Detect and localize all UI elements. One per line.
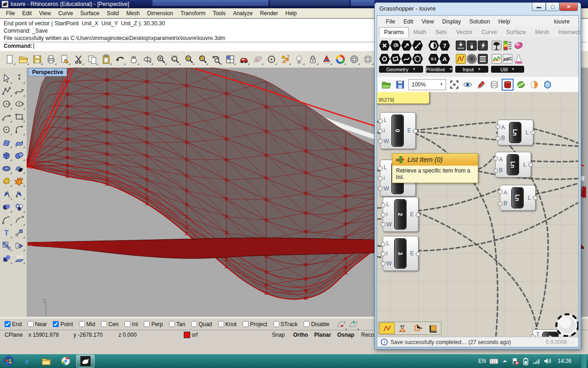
menu-dimension[interactable]: Dimension [144,9,176,17]
rotate-view-icon[interactable] [141,53,153,65]
save-blue-icon[interactable] [395,79,406,90]
input-nub[interactable] [378,176,383,181]
gh-menu-help[interactable]: Help [494,17,514,26]
prim-text-icon[interactable]: A [439,53,450,64]
sphere-wireframe-icon[interactable] [348,53,360,65]
status-osnap-toggle[interactable]: Osnap [337,332,354,338]
osnap-grid2-icon[interactable] [347,318,359,330]
gh-menu-solution[interactable]: Solution [465,17,494,26]
graph-button-icon[interactable] [379,322,395,334]
output-nub[interactable] [528,162,533,167]
osnap-checkbox-tan[interactable] [169,321,175,327]
hex-blue-icon[interactable] [542,79,553,90]
osnap-checkbox-int[interactable] [124,321,130,327]
menu-file[interactable]: File [3,9,18,17]
status-snap-toggle[interactable]: Snap [272,332,285,338]
boolean-circles-icon[interactable] [13,201,25,213]
osnap-int[interactable]: Int [124,321,138,328]
taskbar-clock[interactable]: 14:26 [555,358,574,364]
input-button-icon[interactable] [477,40,488,51]
input-nub[interactable] [378,139,383,144]
gh-menu-file[interactable]: File [382,17,399,26]
prim-half-icon[interactable] [428,40,439,51]
tab-intersect[interactable]: Intersect [554,28,585,37]
cplane-grid-icon[interactable] [252,53,264,65]
viewport-layout-icon[interactable] [224,53,236,65]
minimize-button[interactable]: ▬ [532,3,546,11]
util-xy-graph-icon[interactable] [491,53,502,64]
rectangle-icon[interactable] [13,111,25,123]
geo-arrow-icon[interactable] [401,40,412,51]
util-gradient-icon[interactable] [502,40,513,51]
menu-analyze[interactable]: Analyze [230,9,256,17]
osnap-cen[interactable]: Cen [101,321,119,328]
solid-box-icon[interactable] [0,150,12,161]
osnap-checkbox-mid[interactable] [79,321,85,327]
grasshopper-title-text[interactable]: Grasshopper - louvre [379,5,435,12]
osnap-project[interactable]: Project [243,321,267,328]
flip-direction-icon[interactable] [13,240,25,252]
battery-icon[interactable] [523,357,529,365]
rect-button-icon[interactable] [426,323,440,334]
page-edit-icon[interactable] [59,53,71,65]
tab-math[interactable]: Math [409,28,431,37]
menu-render[interactable]: Render [257,9,281,17]
lightbulb-icon[interactable] [293,53,305,65]
list-item-component-2[interactable]: LiW 2 E [383,197,418,232]
input-nub[interactable] [493,168,498,173]
sphere-latitude-icon[interactable] [362,53,374,65]
tab-mesh[interactable]: Mesh [531,28,554,37]
prim-number-icon[interactable]: 0.1 [428,53,439,64]
osnap-checkbox-strack[interactable] [273,321,279,327]
boolean-union-icon[interactable] [0,201,12,213]
menu-curve[interactable]: Curve [55,9,76,17]
list-item-component-0[interactable]: LiW 0 E [380,112,416,149]
color-wheel-icon[interactable] [334,53,346,65]
input-nub[interactable] [496,136,500,141]
action-center-flag-icon[interactable] [511,357,520,365]
zoom-level-dropdown[interactable]: 100%▼ [408,79,446,90]
undo-view-icon[interactable] [210,53,222,65]
plane-button-icon[interactable] [411,323,425,334]
menu-tools[interactable]: Tools [209,9,229,17]
trim-icon[interactable] [0,188,12,200]
tab-vector[interactable]: Vector [452,28,477,37]
cone-icon[interactable] [321,53,333,65]
input-graph-icon[interactable] [455,53,466,64]
osnap-quad[interactable]: Quad [191,321,212,328]
canvas-compass[interactable] [554,312,578,337]
geo-x-icon[interactable] [379,40,390,51]
osnap-disable[interactable]: Disable [304,321,329,328]
open-green-icon[interactable] [381,79,392,90]
cylinder-green-icon[interactable] [515,79,526,90]
menu-solid[interactable]: Solid [103,9,122,17]
osnap-checkbox-end[interactable] [5,321,11,327]
input-nub[interactable] [378,119,383,123]
taskbar-explorer-button[interactable] [38,355,55,367]
tab-sets[interactable]: Sets [431,28,452,37]
geo-line-icon[interactable] [412,40,423,51]
save-file-icon[interactable] [31,53,43,65]
print-icon[interactable] [45,53,57,65]
osnap-perp[interactable]: Perp [144,321,163,328]
menu-view[interactable]: View [36,9,54,17]
zoom-dynamic-icon[interactable] [197,53,209,65]
input-knob-icon[interactable] [466,53,477,64]
circle-center-icon[interactable] [0,98,12,110]
scale-points-icon[interactable] [13,227,25,239]
taskbar-chrome-button[interactable] [57,355,74,367]
group-label-geometry[interactable]: Geometry▼ [379,66,423,73]
solid-union-icon[interactable] [0,253,12,264]
curve-handles-icon[interactable] [13,85,25,97]
tab-surface[interactable]: Surface [502,28,531,37]
viewport-label[interactable]: Perspective [28,68,67,76]
status-ortho-toggle[interactable]: Ortho [293,332,308,338]
osnap-point[interactable]: Point [53,321,73,328]
output-nub[interactable] [533,196,537,200]
list-item-component-3[interactable]: LiW 3 E [383,236,418,271]
solid-spheres-icon[interactable] [13,150,25,161]
extend-curve-icon[interactable] [13,214,25,226]
pen-sketch-icon[interactable] [475,79,486,90]
osnap-checkbox-perp[interactable] [144,321,150,327]
osnap-checkbox-cen[interactable] [101,321,107,327]
